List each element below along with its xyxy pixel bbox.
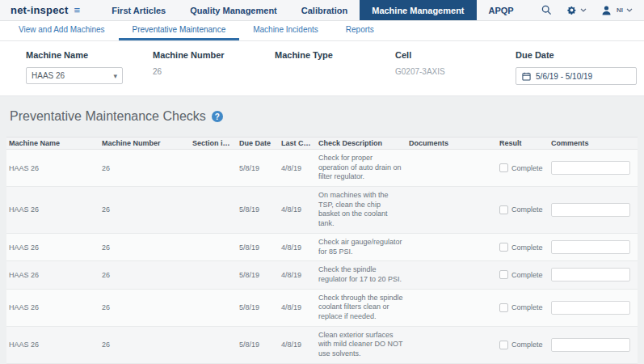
table-row: HAAS 26 26 5/8/19 4/8/19 Check the spind…: [6, 261, 638, 289]
col-header-machine-name[interactable]: Machine Name: [6, 139, 99, 147]
search-icon[interactable]: [541, 5, 552, 15]
complete-checkbox[interactable]: [499, 205, 508, 214]
complete-checkbox[interactable]: [499, 341, 508, 349]
comment-input[interactable]: [551, 203, 630, 217]
complete-checkbox[interactable]: [499, 303, 508, 312]
cell-last-check: 4/8/19: [279, 341, 316, 349]
cell-machine-number: 26: [99, 271, 190, 279]
comment-input[interactable]: [551, 240, 630, 254]
due-date-range-input[interactable]: 5/6/19 - 5/10/19: [516, 67, 637, 85]
col-header-comments[interactable]: Comments: [549, 139, 638, 147]
due-date-range-value: 5/6/19 - 5/10/19: [536, 72, 592, 81]
cell-due-date: 5/8/19: [237, 243, 279, 252]
col-header-documents[interactable]: Documents: [406, 139, 497, 147]
machine-name-selected-value: HAAS 26: [32, 71, 65, 80]
top-bar: net-inspect ≡ First Articles Quality Man…: [0, 0, 644, 21]
comment-input[interactable]: [551, 338, 630, 352]
cell-machine-number: 26: [99, 164, 190, 172]
nav-item-apqp[interactable]: APQP: [477, 0, 526, 20]
cell-comments: [549, 161, 638, 175]
cell-last-check: 4/8/19: [279, 271, 316, 279]
user-chevron-down-icon[interactable]: [626, 8, 633, 12]
cell-check-description: Check the spindle regulator for 17 to 20…: [316, 265, 406, 284]
nav-item-calibration[interactable]: Calibration: [289, 0, 360, 20]
hamburger-menu-icon[interactable]: ≡: [74, 5, 81, 15]
cell-result: Complete: [497, 243, 549, 252]
cell-value: G0207-3AXIS: [395, 67, 516, 77]
table-row: HAAS 26 26 5/8/19 4/8/19 Check through t…: [6, 290, 638, 327]
filter-machine-number: Machine Number 26: [153, 50, 275, 85]
cell-comments: [549, 203, 638, 217]
machine-name-select[interactable]: HAAS 26 ▾: [26, 67, 123, 84]
machine-type-value: [275, 67, 395, 77]
main-content: Preventative Maintenance Checks ? Machin…: [0, 109, 644, 364]
tab-view-and-add-machines[interactable]: View and Add Machines: [5, 21, 119, 40]
cell-due-date: 5/8/19: [237, 303, 279, 311]
cell-machine-name: HAAS 26: [6, 243, 99, 252]
cell-comments: [549, 240, 638, 254]
cell-machine-number: 26: [99, 303, 190, 311]
col-header-machine-number[interactable]: Machine Number: [99, 139, 190, 147]
nav-item-machine-management[interactable]: Machine Management: [360, 0, 476, 20]
col-header-due-date[interactable]: Due Date: [237, 139, 279, 147]
cell-machine-number: 26: [99, 205, 190, 214]
col-header-result[interactable]: Result: [497, 139, 549, 147]
col-header-section-in-manual[interactable]: Section in Man...: [190, 139, 237, 147]
filter-cell: Cell G0207-3AXIS: [395, 50, 516, 85]
cell-machine-name: HAAS 26: [6, 205, 99, 214]
tab-preventative-maintenance[interactable]: Preventative Maintenance: [119, 21, 240, 40]
filter-strip: Machine Name HAAS 26 ▾ Machine Number 26…: [0, 41, 644, 96]
complete-label: Complete: [511, 164, 543, 172]
comment-input[interactable]: [551, 268, 630, 281]
complete-label: Complete: [511, 271, 543, 279]
complete-checkbox[interactable]: [499, 243, 508, 252]
cell-check-description: Check air gauge/regulator for 85 PSI.: [316, 238, 406, 256]
col-header-last-check[interactable]: Last Check ...: [279, 139, 316, 147]
complete-checkbox[interactable]: [499, 163, 508, 172]
table-header-row: Machine Name Machine Number Section in M…: [6, 137, 638, 150]
cell-last-check: 4/8/19: [279, 164, 316, 172]
sub-tab-bar: View and Add Machines Preventative Maint…: [0, 21, 644, 41]
top-actions: NI: [541, 0, 644, 20]
filter-machine-type: Machine Type: [275, 50, 395, 85]
help-icon[interactable]: ?: [212, 111, 223, 122]
comment-input[interactable]: [551, 161, 630, 175]
table-row: HAAS 26 26 5/8/19 4/8/19 Clean exterior …: [6, 327, 638, 364]
cell-result: Complete: [497, 270, 549, 279]
settings-chevron-down-icon[interactable]: [580, 8, 587, 12]
cell-machine-number: 26: [99, 243, 190, 252]
col-header-check-description[interactable]: Check Description: [316, 139, 406, 147]
table-row: HAAS 26 26 5/8/19 4/8/19 On machines wit…: [6, 187, 638, 234]
cell-comments: [549, 301, 638, 315]
calendar-icon: [522, 72, 531, 81]
page-heading: Preventative Maintenance Checks ?: [10, 109, 638, 124]
cell-check-description: Check through the spindle coolant filter…: [316, 294, 406, 322]
nav-item-quality-management[interactable]: Quality Management: [178, 0, 289, 20]
cell-last-check: 4/8/19: [279, 243, 316, 252]
tab-machine-incidents[interactable]: Machine Incidents: [239, 21, 332, 40]
complete-label: Complete: [511, 205, 543, 214]
complete-label: Complete: [511, 243, 543, 252]
cell-check-description: Check for proper operation of auto drain…: [316, 154, 406, 182]
comment-input[interactable]: [551, 301, 630, 315]
cell-due-date: 5/8/19: [237, 271, 279, 279]
complete-checkbox[interactable]: [499, 270, 508, 279]
cell-result: Complete: [497, 341, 549, 349]
table-row: HAAS 26 26 5/8/19 4/8/19 Check air gauge…: [6, 234, 638, 261]
cell-check-description: On machines with the TSP, clean the chip…: [316, 191, 406, 229]
cell-check-description: Clean exterior surfaces with mild cleane…: [316, 331, 406, 359]
cell-due-date: 5/8/19: [237, 205, 279, 214]
main-nav: First Articles Quality Management Calibr…: [99, 0, 525, 20]
cell-last-check: 4/8/19: [279, 303, 316, 311]
tab-reports[interactable]: Reports: [332, 21, 388, 40]
settings-gear-icon[interactable]: [566, 5, 577, 15]
cell-due-date: 5/8/19: [237, 164, 279, 172]
cell-comments: [549, 338, 638, 352]
user-initials: NI: [617, 6, 623, 14]
filter-due-date: Due Date 5/6/19 - 5/10/19: [516, 50, 644, 85]
app-logo[interactable]: net-inspect ≡: [0, 0, 85, 20]
nav-item-first-articles[interactable]: First Articles: [99, 0, 178, 20]
cell-result: Complete: [497, 303, 549, 312]
cell-comments: [549, 268, 638, 281]
user-avatar-icon[interactable]: [601, 5, 612, 15]
